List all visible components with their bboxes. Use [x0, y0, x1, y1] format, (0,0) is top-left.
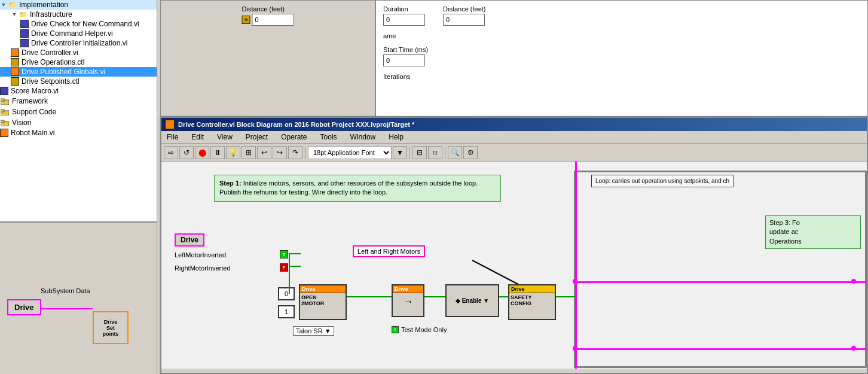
expand-icon: ▼ [0, 1, 7, 8]
duration-input[interactable] [383, 14, 425, 26]
distance-label: Distance (feet) [242, 5, 294, 13]
tree-label-drive-controller: Drive Controller.vi [22, 48, 78, 57]
drive-setpoints-block: DriveSetpoints [93, 311, 129, 344]
right-motor-false-indicator: F [280, 263, 288, 272]
tree-item-implementation[interactable]: ▼ 📁 Implementation [0, 0, 157, 10]
distance-input[interactable] [252, 14, 294, 26]
toolbar-loop-btn[interactable]: ↩ [257, 146, 271, 159]
toolbar-pause-btn[interactable]: ⏸ [210, 146, 225, 159]
test-mode-indicator: T [392, 326, 399, 333]
menu-edit[interactable]: Edit [190, 132, 206, 142]
tree-item-drive-setpoints[interactable]: Drive Setpoints.ctl [0, 77, 157, 86]
menu-project[interactable]: Project [244, 132, 270, 142]
toolbar-zoom-btn[interactable]: 🔍 [448, 146, 462, 159]
distance2-group: Distance (feet) [443, 5, 486, 26]
menu-help[interactable]: Help [387, 132, 405, 142]
menu-window[interactable]: Window [349, 132, 378, 142]
toolbar-step-btn[interactable]: ↪ [273, 146, 287, 159]
tree-item-drive-published[interactable]: Drive Published Globals.vi [0, 67, 157, 77]
tree-item-drive-check[interactable]: Drive Check for New Command.vi [0, 19, 157, 29]
diagram-titlebar: Drive Controller.vi Block Diagram on 201… [161, 118, 867, 131]
tree-label-drive-published: Drive Published Globals.vi [22, 68, 105, 76]
tree-label-drive-ctrl-init: Drive Controller Initialization.vi [31, 39, 127, 47]
tree-item-vision[interactable]: Vision [0, 117, 157, 128]
tree-label-robot-main: Robot Main.vi [11, 129, 54, 137]
menu-file[interactable]: File [165, 132, 180, 142]
distance2-input[interactable] [443, 14, 485, 26]
toolbar-sep3 [445, 147, 445, 159]
tree-item-framework[interactable]: Framework [0, 96, 157, 107]
font-selector[interactable]: 18pt Application Font [308, 146, 392, 159]
num-box-0[interactable]: 0 [278, 287, 295, 300]
vi-icon-robot-main [0, 129, 8, 137]
tree-label-vision: Vision [12, 118, 31, 127]
toolbar-refresh-btn[interactable]: ↺ [179, 146, 194, 159]
menu-view[interactable]: View [215, 132, 234, 142]
menu-operate[interactable]: Operate [279, 132, 308, 142]
drive-open-title: Drive [300, 285, 346, 293]
folder-icon-vision [0, 118, 10, 127]
ctl-icon-ops [11, 58, 19, 66]
diagram-title: Drive Controller.vi Block Diagram on 201… [178, 121, 414, 128]
tree-label-score-macro: Score Macro.vi [11, 87, 59, 95]
start-time-group: Start Time (ms) [383, 46, 860, 66]
step3-annotation: Step 3: Fo update ac Operations [765, 215, 861, 249]
wire-enable-safety [499, 296, 508, 297]
vi-icon-helper [20, 29, 29, 38]
tree-label-drive-ops: Drive Operations.ctl [22, 58, 84, 66]
enable-block[interactable]: ◆ Enable ▼ [445, 284, 499, 317]
tree-item-infrastructure[interactable]: ▼ 📁 Infrastructure [0, 10, 157, 19]
tree-item-score-macro[interactable]: Score Macro.vi [0, 86, 157, 96]
drive-indicator: Drive [175, 233, 204, 247]
duration-group: Duration [383, 5, 425, 26]
tree-item-drive-operations[interactable]: Drive Operations.ctl [0, 57, 157, 67]
svg-rect-1 [1, 99, 4, 101]
talon-sr-dropdown[interactable]: Talon SR ▼ [293, 326, 334, 336]
toolbar-bulb-btn[interactable]: 💡 [226, 146, 240, 159]
diagram-window: Drive Controller.vi Block Diagram on 201… [160, 117, 868, 374]
toolbar-distribute-btn[interactable]: ⊡ [428, 146, 442, 159]
drive-arrow-block: Drive → [392, 284, 424, 317]
distance-section: Distance (feet) ⊕ [242, 5, 294, 26]
subsystem-data-label: SubSystem Data [41, 287, 90, 294]
top-right-row1: Duration Distance (feet) [383, 5, 860, 26]
vi-icon-init [20, 39, 29, 47]
drive-block: Drive [7, 299, 41, 315]
loop-box [574, 171, 867, 368]
tree-item-support-code[interactable]: Support Code [0, 107, 157, 117]
folder-icon-framework [0, 96, 10, 106]
tree-item-robot-main[interactable]: Robot Main.vi [0, 128, 157, 138]
tree-label-framework: Framework [12, 97, 48, 105]
top-left-controls: Distance (feet) ⊕ [160, 0, 375, 117]
toolbar-back-btn[interactable]: ⇨ [164, 146, 178, 159]
start-time-input[interactable] [383, 54, 425, 66]
dot-pink-4 [851, 346, 856, 351]
step3-text2: Operations [769, 238, 802, 245]
distance2-label: Distance (feet) [443, 5, 486, 13]
tree-item-drive-cmd-helper[interactable]: Drive Command Helper.vi [0, 29, 157, 38]
tree-item-drive-ctrl-init[interactable]: Drive Controller Initialization.vi [0, 38, 157, 48]
tree-label-drive-check: Drive Check for New Command.vi [31, 20, 139, 28]
dot-pink-1 [573, 279, 577, 284]
drive-arrow-title: Drive [393, 285, 423, 293]
start-time-label: Start Time (ms) [383, 46, 860, 53]
distance-input-group: ⊕ [242, 14, 294, 26]
project-tree: ▼ 📁 Implementation ▼ 📁 Infrastructure Dr… [0, 0, 157, 374]
iterations-text: Iterations [383, 73, 410, 80]
tree-item-drive-controller[interactable]: Drive Controller.vi [0, 48, 157, 57]
toolbar-font-down-btn[interactable]: ▼ [393, 146, 407, 159]
toolbar-step2-btn[interactable]: ↷ [288, 146, 302, 159]
step1-label: Step 1: [219, 180, 242, 187]
svg-rect-5 [1, 120, 4, 123]
toolbar-grid-btn[interactable]: ⊞ [242, 146, 256, 159]
num-box-1[interactable]: 1 [278, 305, 295, 318]
toolbar-stop-btn[interactable]: ⬤ [195, 146, 209, 159]
toolbar-align-btn[interactable]: ⊟ [412, 146, 427, 159]
menu-tools[interactable]: Tools [319, 132, 339, 142]
duration-label: Duration [383, 5, 425, 13]
drive-block-label: Drive [14, 303, 34, 312]
tree-label-support-code: Support Code [12, 108, 56, 116]
ctl-icon-setpoints [11, 77, 19, 86]
toolbar-special-btn[interactable]: ⚙ [463, 146, 478, 159]
step1-annotation: Step 1: Initialize motors, sersors, and … [214, 175, 501, 202]
